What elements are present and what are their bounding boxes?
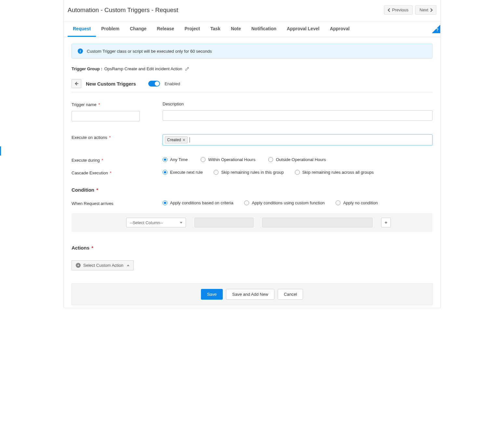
- execute-on-actions-input[interactable]: Created ✕: [163, 134, 432, 145]
- radio-icon: [163, 200, 167, 205]
- execute-during-label: Execute during: [72, 158, 100, 163]
- criteria-value-input[interactable]: [262, 218, 373, 227]
- required-asterisk: *: [91, 245, 93, 251]
- tabs-bar: Request Problem Change Release Project T…: [64, 21, 440, 37]
- criteria-operator-input[interactable]: [194, 218, 254, 227]
- previous-button[interactable]: Previous: [384, 5, 413, 15]
- radio-outside-hours[interactable]: Outside Operational Hours: [268, 157, 326, 162]
- tab-note[interactable]: Note: [226, 21, 246, 37]
- add-criteria-button[interactable]: +: [381, 218, 391, 227]
- required-asterisk: *: [101, 158, 103, 163]
- enabled-toggle[interactable]: [148, 81, 160, 87]
- condition-radios: Apply conditions based on criteria Apply…: [163, 200, 432, 205]
- cancel-button[interactable]: Cancel: [278, 289, 303, 300]
- page-title: Automation - Custom Triggers - Request: [68, 7, 178, 14]
- tab-change[interactable]: Change: [125, 21, 152, 37]
- cascade-radios: Execute next rule Skip remaining rules i…: [163, 170, 432, 175]
- radio-label: Execute next rule: [170, 170, 203, 175]
- execute-during-radios: Any Time Within Operational Hours Outsid…: [163, 157, 432, 162]
- radio-label: Any Time: [170, 157, 188, 162]
- info-icon: i: [78, 48, 83, 54]
- radio-label: Apply no condition: [343, 200, 378, 205]
- radio-label: Skip remaining rules across all groups: [302, 170, 374, 175]
- required-asterisk: *: [96, 187, 98, 193]
- when-arrives-label: When Request arrives: [72, 201, 113, 206]
- next-label: Next: [419, 7, 428, 12]
- radio-no-condition[interactable]: Apply no condition: [336, 200, 378, 205]
- save-button[interactable]: Save: [201, 289, 223, 300]
- chevron-up-icon: [127, 265, 129, 266]
- info-message: Custom Trigger class or script will be e…: [87, 49, 212, 54]
- radio-icon: [336, 200, 340, 205]
- select-placeholder: --Select Column--: [130, 220, 163, 225]
- tab-approval[interactable]: Approval: [325, 21, 355, 37]
- radio-custom-function[interactable]: Apply conditions using custom function: [244, 200, 325, 205]
- select-column[interactable]: --Select Column--: [126, 218, 186, 227]
- tab-problem[interactable]: Problem: [96, 21, 125, 37]
- tag-created[interactable]: Created ✕: [165, 136, 188, 143]
- row-cascade: Cascade Execution * Execute next rule Sk…: [72, 170, 432, 175]
- radio-label: Apply conditions based on criteria: [170, 200, 233, 205]
- chevron-down-icon: [180, 222, 182, 224]
- footer-actions: Save Save and Add New Cancel: [72, 283, 432, 305]
- select-custom-action-button[interactable]: + Select Custom Action: [72, 260, 134, 270]
- next-button[interactable]: Next: [415, 5, 436, 15]
- radio-icon: [295, 170, 300, 175]
- page-container: Automation - Custom Triggers - Request P…: [63, 0, 441, 308]
- radio-execute-next-rule[interactable]: Execute next rule: [163, 170, 203, 175]
- tab-notification[interactable]: Notification: [246, 21, 282, 37]
- tag-created-label: Created: [167, 138, 181, 142]
- left-accent-strip: [0, 0, 1, 308]
- section-title: New Custom Triggers: [86, 81, 136, 87]
- row-execute-on-actions: Execute on actions * Created ✕: [72, 134, 432, 145]
- radio-label: Apply conditions using custom function: [252, 200, 325, 205]
- chevron-left-icon: [388, 8, 391, 12]
- trigger-group-row: Trigger Group : OpsRamp Create and Edit …: [72, 66, 432, 71]
- radio-any-time[interactable]: Any Time: [163, 157, 188, 162]
- chevron-right-icon: [429, 8, 432, 12]
- nav-buttons: Previous Next: [384, 5, 436, 15]
- required-asterisk: *: [109, 135, 111, 140]
- header-row: Automation - Custom Triggers - Request P…: [64, 0, 440, 21]
- row-execute-during: Execute during * Any Time Within Operati…: [72, 157, 432, 163]
- trigger-name-input[interactable]: [72, 111, 140, 121]
- radio-within-hours[interactable]: Within Operational Hours: [201, 157, 255, 162]
- radio-skip-all[interactable]: Skip remaining rules across all groups: [295, 170, 374, 175]
- back-button[interactable]: [72, 79, 81, 88]
- radio-icon: [268, 157, 273, 162]
- row-trigger-name: Trigger name * Description: [72, 102, 432, 121]
- help-icon[interactable]: ?: [432, 25, 440, 33]
- criteria-row: --Select Column-- +: [72, 213, 432, 232]
- tab-request[interactable]: Request: [68, 21, 96, 37]
- plus-circle-icon: +: [76, 263, 81, 268]
- arrow-left-icon: [75, 82, 78, 85]
- select-custom-action-label: Select Custom Action: [83, 263, 124, 268]
- condition-heading: Condition *: [72, 187, 432, 193]
- required-asterisk: *: [110, 170, 112, 175]
- radio-label: Within Operational Hours: [208, 157, 255, 162]
- radio-skip-group[interactable]: Skip remaining rules in this group: [214, 170, 284, 175]
- radio-icon: [214, 170, 219, 175]
- tab-task[interactable]: Task: [205, 21, 226, 37]
- row-when-arrives: When Request arrives Apply conditions ba…: [72, 200, 432, 206]
- pencil-icon[interactable]: [185, 67, 189, 71]
- trigger-group-label: Trigger Group :: [72, 66, 102, 71]
- radio-criteria[interactable]: Apply conditions based on criteria: [163, 200, 233, 205]
- radio-label: Skip remaining rules in this group: [221, 170, 284, 175]
- actions-heading: Actions *: [72, 245, 432, 251]
- radio-icon: [163, 170, 167, 175]
- form-area: Trigger name * Description Execute on ac…: [72, 92, 432, 305]
- radio-icon: [244, 200, 249, 205]
- enabled-label: Enabled: [165, 81, 180, 86]
- save-and-add-new-button[interactable]: Save and Add New: [226, 289, 274, 300]
- close-icon[interactable]: ✕: [182, 138, 185, 142]
- info-bar: i Custom Trigger class or script will be…: [72, 44, 432, 59]
- tab-release[interactable]: Release: [152, 21, 179, 37]
- text-cursor: [190, 137, 190, 143]
- tab-approval-level[interactable]: Approval Level: [282, 21, 325, 37]
- trigger-name-label: Trigger name: [72, 102, 97, 107]
- radio-label: Outside Operational Hours: [276, 157, 326, 162]
- description-input[interactable]: [163, 110, 432, 121]
- tab-project[interactable]: Project: [179, 21, 205, 37]
- cascade-label: Cascade Execution: [72, 170, 108, 175]
